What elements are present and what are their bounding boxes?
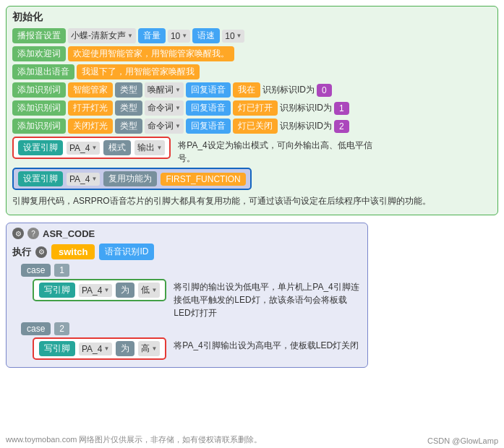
write-to-label-1: 为: [116, 283, 134, 298]
case2-label: case: [21, 322, 51, 335]
set-pin-blue-label: 设置引脚: [18, 171, 63, 186]
mode-label: 模式: [103, 140, 131, 155]
footer-left: www.toymoban.com 网络图片仅供展示，非存储，如有侵权请联系删除。: [6, 434, 262, 445]
case2-num: 2: [54, 322, 69, 335]
write-label-2: 写引脚: [39, 341, 75, 356]
switch-block[interactable]: switch: [51, 244, 95, 259]
reply-label-1: 回复语音: [186, 100, 231, 116]
case2-row: case 2: [21, 322, 362, 335]
reply-text-0: 我在: [233, 82, 260, 98]
case1-row: case 1: [21, 264, 362, 277]
type-dropdown-1[interactable]: 命令词: [145, 100, 184, 116]
volume-block: 音量: [138, 28, 166, 43]
case1-label: case: [21, 264, 51, 277]
case1-annotation: 将引脚的输出设为低电平，单片机上PA_4引脚连接低电平触发的LED灯，故该条语句…: [174, 280, 362, 319]
write-to-label-2: 为: [116, 341, 134, 356]
write-pin-dropdown-2[interactable]: PA_4: [79, 343, 112, 356]
case2-section: case 2 写引脚 PA_4 为 高 将PA_4引脚输出设为高电平，使板载LE…: [21, 322, 362, 363]
recog-row-1: 添加识别词 打开灯光 类型 命令词 回复语音 灯已打开 识别标识ID为 1: [12, 100, 492, 116]
id-label-0: 识别标识ID为: [262, 84, 315, 96]
add-recog-block-0[interactable]: 添加识别词: [12, 82, 66, 98]
exit-voice-row: 添加退出语音 我退下了，用智能管家唤醒我: [12, 64, 492, 79]
id-label-1: 识别标识ID为: [280, 102, 332, 114]
add-recog-block-1[interactable]: 添加识别词: [12, 100, 66, 116]
id-label-2: 识别标识ID为: [280, 120, 332, 132]
speed-block: 语速: [192, 28, 220, 43]
asr-header: ⚙ ? ASR_CODE: [12, 228, 362, 239]
type-label-0: 类型: [115, 82, 142, 98]
case2-annotation: 将PA_4引脚输出设为高电平，使板载LED灯关闭: [174, 339, 359, 352]
init-section: 初始化 播报音设置 小蝶-清新女声 音量 10 语速 10 添加欢迎词 欢迎使用…: [6, 6, 498, 215]
write-level-dropdown-1[interactable]: 低: [138, 283, 160, 298]
id-value-0: 0: [317, 84, 332, 97]
write-level-dropdown-2[interactable]: 高: [138, 341, 160, 356]
init-title: 初始化: [12, 11, 492, 24]
pin-row-blue: 设置引脚 PA_4 复用功能为 FIRST_FUNCTION: [12, 168, 252, 190]
exit-text-block: 我退下了，用智能管家唤醒我: [77, 64, 200, 79]
add-recog-block-2[interactable]: 添加识别词: [12, 119, 66, 134]
audio-setting-row: 播报音设置 小蝶-清新女声 音量 10 语速 10: [12, 28, 492, 43]
reply-text-1: 灯已打开: [233, 100, 278, 116]
mode-dropdown[interactable]: 输出: [134, 140, 165, 155]
pin-blue-dropdown[interactable]: PA_4: [67, 173, 100, 186]
write-pin-row-1: 写引脚 PA_4 为 低: [33, 279, 166, 301]
voice-id-block: 语音识别ID: [99, 244, 154, 260]
exec-row: 执行 ⚙ switch 语音识别ID: [12, 244, 362, 260]
reply-text-2: 灯已关闭: [233, 119, 278, 134]
pin-red-dropdown[interactable]: PA_4: [67, 142, 100, 155]
type-label-1: 类型: [115, 100, 142, 116]
recog-row-2: 添加识别词 关闭灯光 类型 命令词 回复语音 灯已关闭 识别标识ID为 2: [12, 119, 492, 134]
add-welcome-block[interactable]: 添加欢迎词: [12, 46, 66, 61]
type-label-2: 类型: [115, 119, 142, 134]
func-val-block: FIRST_FUNCTION: [161, 173, 245, 186]
reply-label-0: 回复语音: [186, 82, 231, 98]
id-value-2: 2: [334, 120, 349, 133]
lower-section: ⚙ ? ASR_CODE 执行 ⚙ switch 语音识别ID c: [6, 223, 498, 368]
func-label: 复用功能为: [103, 171, 157, 186]
asr-code-block: ⚙ ? ASR_CODE 执行 ⚙ switch 语音识别ID c: [6, 223, 368, 368]
exec-gear-icon: ⚙: [35, 246, 47, 258]
pin-red-annotation: 将PA_4设定为输出模式，可向外输出高、低电平信号。: [178, 139, 380, 165]
recog-word-2: 关闭灯光: [68, 119, 113, 134]
write-label-1: 写引脚: [39, 283, 75, 298]
voice-dropdown[interactable]: 小蝶-清新女声: [68, 28, 136, 43]
gear-icon: ⚙: [12, 228, 24, 239]
audio-setting-block[interactable]: 播报音设置: [12, 28, 66, 43]
write-pin-dropdown-1[interactable]: PA_4: [79, 284, 112, 297]
welcome-text-block: 欢迎使用智能管家，用智能管家唤醒我。: [68, 46, 234, 61]
question-icon: ?: [27, 228, 39, 239]
speed-dropdown[interactable]: 10: [222, 30, 244, 43]
type-dropdown-0[interactable]: 唤醒词: [145, 82, 184, 98]
welcome-row: 添加欢迎词 欢迎使用智能管家，用智能管家唤醒我。: [12, 46, 492, 61]
set-pin-red-label: 设置引脚: [18, 140, 63, 155]
exec-label: 执行: [12, 246, 31, 259]
case1-num: 1: [54, 264, 69, 277]
pin-annotation: 引脚复用代码，ASRPRO语音芯片的引脚大都具有复用功能，可通过该语句设定在后续…: [12, 194, 492, 207]
volume-dropdown[interactable]: 10: [168, 30, 190, 43]
asr-code-label: ASR_CODE: [43, 228, 95, 239]
id-value-1: 1: [334, 102, 349, 115]
footer-right: CSDN @GlowLamp: [427, 436, 498, 445]
recog-word-0: 智能管家: [68, 82, 113, 98]
recog-word-1: 打开灯光: [68, 100, 113, 116]
add-exit-block[interactable]: 添加退出语音: [12, 64, 74, 79]
type-dropdown-2[interactable]: 命令词: [145, 119, 184, 134]
recog-row-0: 添加识别词 智能管家 类型 唤醒词 回复语音 我在 识别标识ID为 0: [12, 82, 492, 98]
reply-label-2: 回复语音: [186, 119, 231, 134]
write-pin-row-2: 写引脚 PA_4 为 高: [33, 337, 166, 360]
pin-row-red: 设置引脚 PA_4 模式 输出: [12, 137, 171, 159]
case1-section: case 1 写引脚 PA_4 为 低 将引脚的输出设为低电平，单片机上PA_4…: [21, 264, 362, 319]
